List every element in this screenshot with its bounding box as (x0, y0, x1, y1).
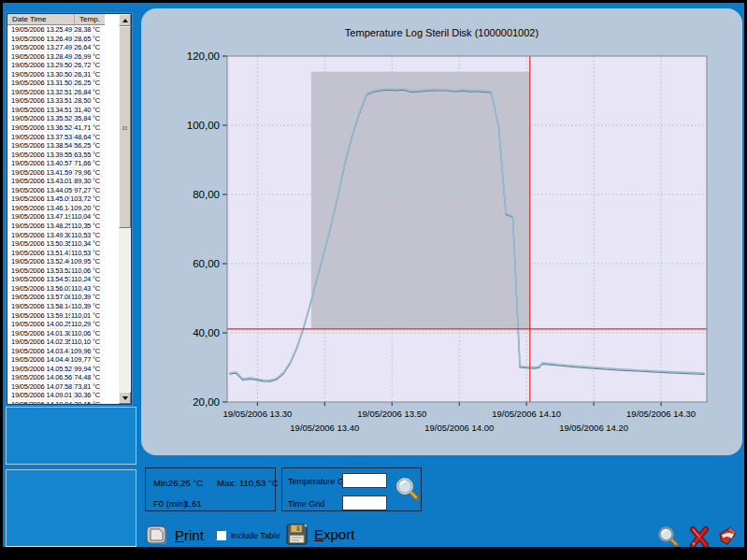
export-label: Export (314, 526, 354, 542)
table-scrollbar[interactable] (119, 14, 131, 404)
table-row[interactable]: 19/05/2006 13.28.4926,99 °C (7, 52, 105, 62)
table-row[interactable]: 19/05/2006 13.43.0189,30 °C (7, 177, 105, 186)
table-row[interactable]: 19/05/2006 13.38.5456,25 °C (7, 141, 105, 151)
table-row[interactable]: 19/05/2006 13.41.5979,96 °C (7, 168, 105, 178)
temperature-grid-input[interactable] (342, 473, 387, 488)
table-row[interactable]: 19/05/2006 13.37.5348,64 °C (7, 133, 105, 142)
table-row[interactable]: 19/05/2006 13.54.57110,24 °C (7, 275, 105, 284)
table-row[interactable]: 19/05/2006 13.27.4926,64 °C (7, 43, 105, 52)
table-row[interactable]: 19/05/2006 13.35.5235,84 °C (7, 114, 105, 123)
table-row[interactable]: 19/05/2006 13.34.5131,40 °C (7, 106, 105, 115)
svg-text:19/05/2006 13.30: 19/05/2006 13.30 (223, 409, 292, 419)
apply-grid-button[interactable] (395, 476, 421, 502)
table-row[interactable]: 19/05/2006 13.47.19110,04 °C (7, 212, 105, 222)
table-row[interactable]: 19/05/2006 14.00.25110,29 °C (7, 320, 105, 329)
svg-text:40,00: 40,00 (193, 327, 220, 338)
temperature-chart[interactable]: 19/05/2006 13.3019/05/2006 13.4019/05/20… (141, 8, 742, 455)
table-row[interactable]: 19/05/2006 13.30.5026,31 °C (7, 70, 105, 79)
cancel-icon (688, 525, 711, 548)
table-row[interactable]: 19/05/2006 13.56.03110,43 °C (7, 284, 105, 294)
exit-icon (716, 525, 739, 548)
application-window: Date Time Temp. 19/05/2006 13.25.4928,38… (0, 0, 747, 560)
print-button[interactable]: Print (146, 523, 204, 547)
export-button[interactable]: Export (286, 523, 354, 546)
table-row[interactable]: 19/05/2006 13.26.4928,65 °C (7, 35, 105, 44)
table-body: 19/05/2006 13.25.4928,38 °C19/05/2006 13… (7, 25, 105, 404)
table-row[interactable]: 19/05/2006 13.59.19110,01 °C (7, 311, 105, 321)
max-value: 110,53 °C (239, 478, 279, 488)
table-row[interactable]: 19/05/2006 13.49.30110,53 °C (7, 231, 105, 240)
side-panel-upper (6, 407, 136, 465)
scroll-up-button[interactable] (119, 14, 131, 26)
temperature-log-table: Date Time Temp. 19/05/2006 13.25.4928,38… (7, 13, 132, 405)
table-row[interactable]: 19/05/2006 14.09.0130,36 °C (7, 391, 105, 400)
table-row[interactable]: 19/05/2006 13.44.0597,27 °C (7, 186, 105, 195)
svg-text:100,00: 100,00 (187, 120, 220, 131)
arrow-up-icon (122, 19, 128, 22)
f0-value: 1,61 (184, 498, 202, 509)
table-row[interactable]: 19/05/2006 13.45.09103,72 °C (7, 194, 105, 204)
table-row[interactable]: 19/05/2006 13.33.5128,50 °C (7, 96, 105, 106)
zoom-button[interactable] (657, 525, 680, 548)
table-row[interactable]: 19/05/2006 13.53.52110,06 °C (7, 266, 105, 276)
table-row[interactable]: 19/05/2006 13.51.41110,53 °C (7, 249, 105, 258)
table-row[interactable]: 19/05/2006 14.07.5873,81 °C (7, 382, 105, 392)
table-row[interactable]: 19/05/2006 13.25.4928,38 °C (7, 25, 105, 35)
chart-panel: 19/05/2006 13.3019/05/2006 13.4019/05/20… (141, 8, 742, 455)
cancel-button[interactable] (688, 525, 711, 548)
grid-controls-panel: Temperature Grid Time Grid (281, 467, 422, 511)
table-row[interactable]: 19/05/2006 14.06.5674,48 °C (7, 373, 105, 382)
table-row[interactable]: 19/05/2006 13.29.5026,72 °C (7, 61, 105, 70)
table-row[interactable]: 19/05/2006 13.40.5771,66 °C (7, 159, 105, 168)
column-header-temp: Temp. (75, 14, 105, 24)
table-row[interactable]: 19/05/2006 13.31.5026,25 °C (7, 79, 105, 88)
table-row[interactable]: 19/05/2006 13.32.5126,84 °C (7, 88, 105, 97)
include-table-checkbox[interactable]: Include Table (216, 530, 280, 540)
side-panel-lower (6, 469, 136, 547)
svg-text:19/05/2006 13.40: 19/05/2006 13.40 (290, 423, 359, 433)
table-row[interactable]: 19/05/2006 13.39.5563,55 °C (7, 151, 105, 160)
time-grid-input[interactable] (342, 495, 387, 510)
scrollbar-thumb[interactable] (119, 26, 131, 228)
table-header: Date Time Temp. (7, 14, 105, 25)
svg-text:19/05/2006 14.30: 19/05/2006 14.30 (626, 409, 696, 419)
magnifier-icon (395, 476, 421, 502)
column-header-datetime: Date Time (7, 14, 75, 24)
table-row[interactable]: 19/05/2006 14.02.35110,10 °C (7, 337, 105, 347)
chart-title: Temperature Log Steril Disk (1000001002) (141, 27, 742, 38)
max-label: Max: (217, 478, 237, 488)
svg-text:19/05/2006 14.20: 19/05/2006 14.20 (559, 423, 628, 433)
stats-panel: Min: 26,25 °C Max: 110,53 °C F0 (min): 1… (145, 467, 276, 511)
svg-text:19/05/2006 13.50: 19/05/2006 13.50 (357, 409, 426, 419)
arrow-down-icon (122, 396, 128, 400)
table-row[interactable]: 19/05/2006 14.10.0430,15 °C (7, 400, 105, 404)
scrollbar-grip (122, 126, 127, 130)
time-grid-label: Time Grid (288, 499, 324, 509)
scroll-down-button[interactable] (119, 392, 131, 404)
table-row[interactable]: 19/05/2006 14.04.46109,77 °C (7, 355, 105, 365)
svg-text:20,00: 20,00 (193, 396, 220, 408)
svg-text:120,00: 120,00 (187, 50, 220, 62)
table-row[interactable]: 19/05/2006 13.36.5241,71 °C (7, 123, 105, 133)
table-row[interactable]: 19/05/2006 14.05.5299,94 °C (7, 365, 105, 374)
table-row[interactable]: 19/05/2006 14.01.30110,06 °C (7, 329, 105, 338)
table-row[interactable]: 19/05/2006 14.03.41109,96 °C (7, 347, 105, 356)
svg-text:80,00: 80,00 (193, 189, 220, 200)
table-row[interactable]: 19/05/2006 13.52.46109,95 °C (7, 257, 105, 266)
checkbox-icon[interactable] (216, 530, 226, 540)
svg-text:19/05/2006 14.10: 19/05/2006 14.10 (492, 409, 561, 419)
main-area: Date Time Temp. 19/05/2006 13.25.4928,38… (3, 3, 744, 547)
table-row[interactable]: 19/05/2006 13.50.35110,34 °C (7, 239, 105, 249)
table-row[interactable]: 19/05/2006 13.46.14109,20 °C (7, 204, 105, 213)
table-row[interactable]: 19/05/2006 13.48.25110,35 °C (7, 222, 105, 231)
zoom-icon (657, 525, 680, 548)
include-table-label: Include Table (231, 531, 280, 540)
table-row[interactable]: 19/05/2006 13.57.08110,39 °C (7, 293, 105, 302)
svg-text:19/05/2006 14.00: 19/05/2006 14.00 (424, 423, 494, 433)
table-row[interactable]: 19/05/2006 13.58.14110,39 °C (7, 302, 105, 311)
print-label: Print (175, 527, 204, 543)
svg-text:60,00: 60,00 (193, 258, 220, 269)
printer-icon (146, 523, 169, 547)
exit-button[interactable] (716, 525, 739, 548)
floppy-disk-icon (286, 523, 309, 546)
